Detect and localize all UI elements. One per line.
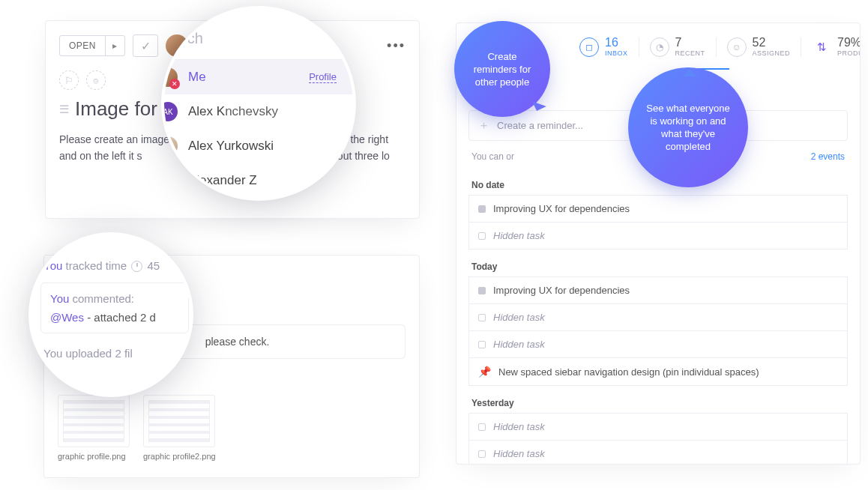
task-row[interactable]: Improving UX for dependencies <box>468 276 848 304</box>
up-down-icon: ⇅ <box>812 37 831 57</box>
attachment-thumbs: graphic profile.png graphic profile2.png <box>58 395 406 461</box>
person-name: Alex Yurkowski <box>188 139 356 154</box>
thumbnail-caption: graphic profile.png <box>58 452 130 461</box>
checkbox-icon[interactable] <box>478 450 486 458</box>
person-name: Alex Knchevsky <box>188 104 356 119</box>
task-row[interactable]: Hidden task <box>468 331 848 358</box>
task-row[interactable]: Hidden task <box>468 304 848 331</box>
add-tag-icon[interactable]: ⚐ <box>59 70 79 90</box>
plus-icon: ＋ <box>478 118 489 133</box>
thumbnail-caption: graphic profile2.png <box>143 452 215 461</box>
checkbox-icon[interactable] <box>478 314 486 321</box>
callout-bubble-reminders: Create reminders for other people <box>454 21 550 117</box>
callout-bubble-activity: See what everyone is working on and what… <box>628 67 748 187</box>
stat-productive[interactable]: ⇅ 79%PRODUCTIVE <box>801 37 861 57</box>
checkbox-icon[interactable] <box>478 287 486 294</box>
task-text: Hidden task <box>493 421 545 432</box>
uploaded-line: You uploaded 2 fil <box>36 344 193 363</box>
people-picker-lens: rch ✕ Me Profile ⟳ AK Alex Knchevsky Ale… <box>161 6 356 201</box>
task-text: New spaced siebar navigation design (pin… <box>498 366 759 378</box>
create-reminder-placeholder: Create a reminder... <box>497 120 583 131</box>
task-row[interactable]: Hidden task <box>468 441 848 465</box>
events-link[interactable]: 2 events <box>811 151 845 162</box>
clock-icon <box>131 261 142 272</box>
profile-link[interactable]: Profile <box>309 71 337 83</box>
checkbox-icon[interactable] <box>478 341 486 348</box>
complete-check-button[interactable]: ✓ <box>133 34 158 57</box>
pin-icon: 📌 <box>478 366 491 378</box>
thumbnail-image <box>58 395 130 447</box>
user-icon: ☺ <box>727 37 747 57</box>
clock-icon: ◔ <box>650 37 669 57</box>
attachment-thumb[interactable]: graphic profile2.png <box>143 395 215 461</box>
status-open-button[interactable]: OPEN ▸ <box>59 35 125 56</box>
activity-lens: You tracked time 45 You commented: @Wes … <box>28 232 193 397</box>
section-label: Yesterday <box>456 390 860 413</box>
avatar: AK <box>161 102 178 121</box>
remove-badge-icon[interactable]: ✕ <box>169 79 180 89</box>
task-text: Improving UX for dependencies <box>493 285 630 296</box>
people-row-me[interactable]: ✕ Me Profile ⟳ <box>161 60 356 94</box>
task-row[interactable]: Hidden task <box>468 223 848 249</box>
inbox-icon: ◻ <box>579 37 599 57</box>
thumbnail-image <box>143 395 215 447</box>
task-row[interactable]: Improving UX for dependencies <box>468 195 848 223</box>
stat-recent[interactable]: ◔ 7RECENT <box>639 37 716 57</box>
task-text: Improving UX for dependencies <box>493 203 630 214</box>
mention[interactable]: @Wes <box>50 311 84 324</box>
more-menu-icon[interactable]: ••• <box>387 38 406 54</box>
task-text: Hidden task <box>493 339 545 350</box>
comment-entry: You commented: @Wes - attached 2 d <box>40 282 189 333</box>
checkbox-icon[interactable] <box>478 232 486 240</box>
task-row[interactable]: Hidden task <box>468 413 848 441</box>
task-row[interactable]: 📌New spaced siebar navigation design (pi… <box>468 358 848 386</box>
section-label: Today <box>456 254 860 276</box>
status-open-label: OPEN <box>60 36 105 55</box>
status-caret-icon[interactable]: ▸ <box>105 36 124 55</box>
task-text: Hidden task <box>493 312 545 323</box>
subtask-tree-icon: ☰ <box>59 103 69 116</box>
task-text: Hidden task <box>493 448 545 459</box>
task-text: Hidden task <box>493 230 545 241</box>
people-row[interactable]: Alex Yurkowski <box>161 129 356 163</box>
checkbox-icon[interactable] <box>478 423 486 431</box>
stat-assigned[interactable]: ☺ 52ASSIGNED <box>716 37 801 57</box>
add-tag-icon[interactable]: ⌾ <box>86 70 106 90</box>
hq-stats: ◻ 16INBOX ◔ 7RECENT ☺ 52ASSIGNED ⇅ 79%PR… <box>569 37 861 57</box>
people-row[interactable]: AK Alex Knchevsky <box>161 94 356 129</box>
tracked-time-line: You tracked time 45 <box>36 256 193 275</box>
person-name: Me <box>188 70 298 85</box>
stat-inbox[interactable]: ◻ 16INBOX <box>569 37 639 57</box>
checkbox-icon[interactable] <box>478 205 486 213</box>
attachment-thumb[interactable]: graphic profile.png <box>58 395 130 461</box>
